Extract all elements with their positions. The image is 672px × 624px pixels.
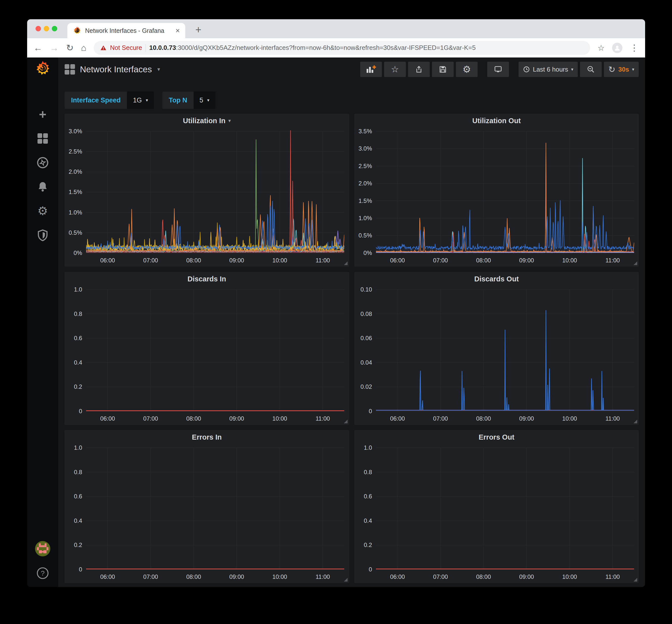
chart-canvas[interactable]: 00.20.40.60.81.006:0007:0008:0009:0010:0… [65, 444, 349, 583]
svg-text:0.2: 0.2 [74, 383, 82, 390]
svg-text:1.0%: 1.0% [358, 215, 372, 222]
svg-text:11:00: 11:00 [606, 257, 620, 264]
grafana-logo[interactable] [35, 60, 51, 76]
svg-text:1.0: 1.0 [74, 286, 82, 293]
panel-title[interactable]: Utilization Out [355, 114, 639, 127]
chart-canvas[interactable]: 0%0.5%1.0%1.5%2.0%2.5%3.0%06:0007:0008:0… [65, 127, 349, 266]
dashboard-settings-button[interactable]: ⚙ [456, 62, 478, 77]
panel-title[interactable]: Discards In [65, 272, 349, 286]
svg-text:08:00: 08:00 [186, 573, 201, 580]
svg-text:1.0: 1.0 [74, 444, 82, 451]
grafana-main: Network Interfaces ▾ ☆ [58, 57, 645, 587]
svg-text:0.2: 0.2 [364, 542, 372, 548]
panel-title[interactable]: Utilization In▾ [65, 114, 349, 127]
panel-title[interactable]: Errors Out [355, 431, 639, 444]
address-bar[interactable]: Not Secure 10.0.0.73:3000/d/gQXKb5AZz/ne… [94, 41, 590, 55]
svg-text:0.8: 0.8 [364, 469, 372, 475]
chevron-down-icon: ▾ [207, 98, 210, 103]
forward-icon[interactable]: → [50, 44, 59, 52]
new-tab-button[interactable]: + [192, 23, 205, 36]
time-range-picker[interactable]: Last 6 hours ▾ [518, 62, 578, 77]
browser-menu-icon[interactable]: ⋮ [630, 44, 639, 52]
svg-text:0%: 0% [364, 250, 372, 256]
sidebar-item-configuration[interactable]: ⚙ [36, 205, 49, 217]
panel-resize-handle[interactable] [344, 578, 348, 581]
share-dashboard-button[interactable] [408, 62, 430, 77]
explore-compass-icon [36, 156, 49, 169]
user-avatar[interactable] [35, 541, 50, 556]
warning-triangle-icon [100, 45, 107, 51]
browser-tab[interactable]: Network Interfaces - Grafana × [68, 23, 185, 38]
svg-text:07:00: 07:00 [143, 257, 158, 264]
panel-errors-in: Errors In 00.20.40.60.81.006:0007:0008:0… [64, 430, 349, 583]
sidebar-item-explore[interactable] [36, 156, 49, 169]
svg-text:0.06: 0.06 [360, 335, 372, 341]
star-icon: ☆ [391, 64, 399, 75]
bookmark-star-icon[interactable]: ☆ [597, 44, 604, 52]
dashboard-picker[interactable]: Network Interfaces ▾ [64, 64, 160, 75]
url-text: 10.0.0.73:3000/d/gQXKb5AZz/network-inter… [149, 44, 476, 52]
back-icon[interactable]: ← [33, 44, 43, 52]
variable-value-dropdown[interactable]: 1G▾ [127, 92, 154, 109]
zoom-out-button[interactable] [580, 62, 602, 77]
dashboard-title: Network Interfaces [80, 64, 152, 74]
sidebar-item-dashboards[interactable] [36, 132, 49, 145]
tab-close-icon[interactable]: × [176, 27, 180, 34]
sidebar-item-server-admin[interactable] [36, 229, 49, 242]
panel-resize-handle[interactable] [634, 261, 637, 265]
url-divider [145, 44, 146, 52]
svg-text:3.0%: 3.0% [69, 128, 82, 134]
time-range-caret-icon: ▾ [571, 67, 573, 72]
refresh-picker[interactable]: ↻ 30s ▾ [604, 62, 639, 77]
panel-resize-handle[interactable] [344, 420, 348, 423]
panel-discards-out: Discards Out 00.020.040.060.080.1006:000… [354, 272, 639, 425]
traffic-light-minimize[interactable] [44, 26, 49, 31]
refresh-interval-label: 30s [618, 66, 629, 73]
traffic-light-close[interactable] [35, 26, 41, 31]
browser-window: Network Interfaces - Grafana × + ← → ↻ ⌂… [27, 19, 645, 587]
panel-resize-handle[interactable] [344, 261, 348, 265]
svg-text:07:00: 07:00 [433, 257, 448, 264]
browser-profile-avatar[interactable] [612, 43, 622, 53]
save-dashboard-button[interactable] [432, 62, 454, 77]
panel-resize-handle[interactable] [634, 420, 637, 423]
svg-text:0.2: 0.2 [74, 542, 82, 548]
svg-text:06:00: 06:00 [100, 257, 115, 264]
url-host: 10.0.0.73 [149, 44, 176, 51]
security-label[interactable]: Not Secure [110, 44, 142, 52]
chart-canvas[interactable]: 00.020.040.060.080.1006:0007:0008:0009:0… [355, 286, 639, 424]
chart-canvas[interactable]: 0%0.5%1.0%1.5%2.0%2.5%3.0%3.5%06:0007:00… [355, 127, 639, 266]
help-icon[interactable]: ? [36, 567, 49, 579]
svg-text:0.08: 0.08 [360, 311, 372, 317]
svg-text:1.0%: 1.0% [69, 209, 82, 216]
grafana-app: + ⚙ [27, 57, 645, 587]
panel-title[interactable]: Discards Out [355, 272, 639, 286]
sidebar-item-alerting[interactable] [36, 180, 49, 193]
share-icon [415, 65, 423, 74]
mark-favorite-button[interactable]: ☆ [384, 62, 406, 77]
svg-text:08:00: 08:00 [476, 415, 491, 422]
add-panel-button[interactable] [360, 62, 382, 77]
svg-text:0.02: 0.02 [360, 383, 372, 390]
svg-text:0: 0 [369, 408, 372, 414]
chart-canvas[interactable]: 00.20.40.60.81.006:0007:0008:0009:0010:0… [65, 286, 349, 424]
svg-text:11:00: 11:00 [316, 573, 330, 580]
reload-icon[interactable]: ↻ [66, 44, 74, 52]
svg-text:07:00: 07:00 [143, 415, 158, 422]
svg-text:1.5%: 1.5% [69, 189, 82, 196]
chart-canvas[interactable]: 00.20.40.60.81.006:0007:0008:0009:0010:0… [355, 444, 639, 583]
svg-text:07:00: 07:00 [143, 573, 158, 580]
panel-resize-handle[interactable] [634, 578, 637, 581]
zoom-out-icon [587, 66, 595, 73]
panel-title[interactable]: Errors In [65, 431, 349, 444]
variable-value-dropdown[interactable]: 5▾ [194, 92, 215, 109]
traffic-light-maximize[interactable] [52, 26, 57, 31]
home-icon[interactable]: ⌂ [81, 44, 86, 52]
cycle-view-button[interactable] [487, 62, 509, 77]
svg-text:0%: 0% [74, 250, 82, 256]
panel-grid: Utilization In▾ 0%0.5%1.0%1.5%2.0%2.5%3.… [58, 114, 645, 587]
dashboard-header: Network Interfaces ▾ ☆ [58, 57, 645, 81]
svg-text:0.5%: 0.5% [69, 229, 82, 236]
configuration-gear-icon: ⚙ [37, 205, 48, 217]
sidebar-item-create[interactable]: + [36, 108, 49, 121]
